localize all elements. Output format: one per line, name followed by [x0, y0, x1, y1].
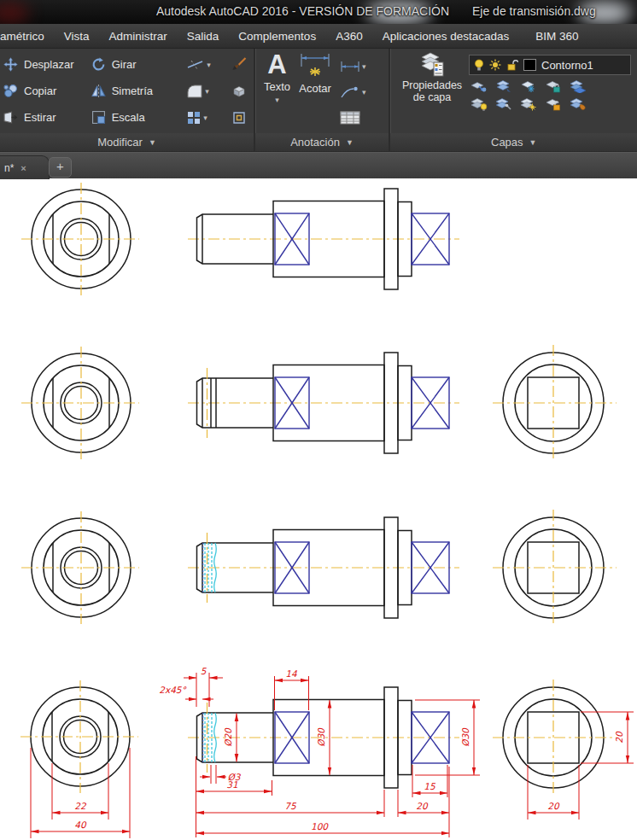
layer-tools-row-2	[470, 97, 631, 111]
dimension-icon	[299, 53, 331, 79]
current-layer-name: Contorno1	[541, 59, 593, 72]
drawing-file-tab[interactable]: n* ×	[0, 155, 50, 179]
text-icon: A	[267, 50, 286, 79]
desplazar-button[interactable]: Desplazar	[3, 52, 91, 77]
tab-salida[interactable]: Salida	[187, 30, 219, 43]
dimensions	[31, 673, 634, 838]
layer-pin-icon[interactable]	[495, 97, 512, 111]
explode-button[interactable]	[231, 79, 247, 103]
close-tab-icon[interactable]: ×	[20, 163, 26, 173]
leader-dropdown-caret[interactable]: ▾	[362, 88, 366, 96]
mirror-icon	[91, 84, 106, 98]
modificar-panel-footer[interactable]: Modificar▼	[0, 133, 254, 151]
rotate-icon	[91, 57, 106, 72]
acotar-button[interactable]: Acotar	[299, 53, 331, 133]
trim-icon	[186, 58, 205, 72]
title-bar: Autodesk AutoCAD 2016 - VERSIÓN DE FORMA…	[0, 0, 637, 24]
layer-vpfreeze-icon[interactable]	[570, 97, 587, 111]
view-row-3	[21, 510, 617, 626]
ribbon: Desplazar Copiar Estirar Girar	[0, 49, 637, 152]
dim-square-height: 20	[614, 731, 624, 744]
tab-a360[interactable]: A360	[336, 30, 363, 43]
panel-capas: Propiedades de capa Contorno1	[390, 49, 637, 151]
leader-button[interactable]: ▾	[340, 79, 377, 104]
drawing-canvas[interactable]: 22 40 5 2x45° 14 Ø20 Ø30 Ø3 31 75 20 100…	[0, 178, 637, 840]
layer-unlock-icon	[506, 59, 518, 71]
tab-administrar[interactable]: Administrar	[109, 30, 167, 43]
layer-isolate-icon[interactable]	[470, 79, 488, 93]
copy-icon	[3, 84, 18, 98]
capas-panel-footer[interactable]: Capas▼	[390, 133, 637, 151]
copiar-button[interactable]: Copiar	[3, 79, 91, 103]
panel-modificar: Desplazar Copiar Estirar Girar	[0, 49, 254, 151]
ribbon-tab-bar: amétrico Vista Administrar Salida Comple…	[0, 24, 637, 49]
dim-body-dia: Ø30	[316, 727, 326, 747]
tab-aplicaciones-destacadas[interactable]: Aplicaciones destacadas	[383, 30, 510, 43]
layer-match-icon[interactable]	[570, 79, 588, 93]
layer-selector-dropdown[interactable]: Contorno1	[469, 55, 631, 75]
dim-groove-offset: 5	[201, 666, 207, 676]
scale-icon	[91, 110, 106, 125]
trim-dropdown-caret[interactable]: ▾	[207, 61, 211, 69]
array-button[interactable]: ▾	[186, 105, 226, 130]
panel-anotacion: A Texto▾ Acotar ▾ ▾	[255, 49, 389, 151]
layer-freeze-icon[interactable]	[520, 79, 537, 93]
dim-front-flats: 22	[74, 801, 87, 811]
anotacion-expand-caret: ▼	[346, 138, 354, 147]
stretch-icon	[3, 110, 18, 125]
dim-dropdown-caret[interactable]: ▾	[362, 62, 366, 71]
tab-complementos[interactable]: Complementos	[238, 30, 316, 43]
dim-front-outer: 40	[74, 820, 87, 830]
titlebar-red-glow	[0, 2, 29, 24]
fillet-dropdown-caret[interactable]: ▾	[205, 87, 209, 96]
estirar-button[interactable]: Estirar	[3, 105, 91, 130]
tab-parametrico[interactable]: amétrico	[0, 30, 44, 43]
layer-thaw-icon[interactable]	[520, 97, 537, 111]
layer-on-bulb-icon	[474, 59, 484, 72]
array-dropdown-caret[interactable]: ▾	[203, 114, 207, 122]
dimension-labels: 22 40 5 2x45° 14 Ø20 Ø30 Ø3 31 75 20 100…	[74, 666, 624, 831]
layer-lock-icon[interactable]	[545, 79, 562, 93]
dim-right-hub-len: 15	[424, 781, 436, 791]
explode-box-icon	[231, 85, 247, 98]
view-row-4: 22 40 5 2x45° 14 Ø20 Ø30 Ø3 31 75 20 100…	[20, 666, 634, 838]
texto-dropdown-caret: ▾	[275, 96, 279, 104]
new-drawing-tab-button[interactable]: +	[49, 157, 72, 178]
layer-on-off-icon[interactable]	[470, 97, 488, 111]
modificar-expand-caret: ▼	[149, 138, 156, 147]
propiedades-de-capa-button[interactable]: Propiedades de capa	[397, 50, 467, 133]
file-tab-bar: n* × +	[0, 152, 637, 178]
anotacion-panel-footer[interactable]: Anotación▼	[255, 133, 389, 151]
capas-expand-caret: ▼	[529, 138, 537, 147]
app-title: Autodesk AutoCAD 2016 - VERSIÓN DE FORMA…	[156, 4, 449, 18]
dim-total-len: 100	[311, 821, 329, 831]
girar-button[interactable]: Girar	[91, 52, 187, 77]
tab-vista[interactable]: Vista	[64, 30, 90, 43]
dim-chamfer: 2x45°	[159, 685, 186, 695]
dim-right-dia: Ø30	[460, 727, 470, 747]
linear-dimension-icon	[340, 61, 360, 73]
dim-right-end-len: 20	[416, 801, 429, 811]
view-row-1	[21, 183, 459, 295]
layer-properties-icon	[419, 50, 445, 78]
table-button[interactable]	[340, 105, 377, 130]
trim-button[interactable]: ▾	[186, 52, 226, 77]
dim-left-hub-len: 14	[285, 668, 297, 679]
move-icon	[3, 57, 18, 72]
offset-button[interactable]	[231, 105, 247, 130]
simetria-button[interactable]: Simetría	[91, 79, 187, 103]
linear-dim-button[interactable]: ▾	[340, 54, 377, 79]
layer-unlock-tool-icon[interactable]	[545, 97, 562, 111]
table-icon	[340, 111, 360, 125]
fillet-icon	[186, 85, 203, 98]
dim-square-width: 20	[547, 801, 560, 811]
escala-button[interactable]: Escala	[91, 105, 187, 130]
dim-shaft-dia: Ø20	[223, 727, 233, 747]
texto-button[interactable]: A Texto▾	[264, 50, 290, 133]
match-properties-button[interactable]	[231, 52, 247, 77]
dim-body-len: 75	[284, 801, 297, 811]
view-row-2	[21, 345, 617, 461]
fillet-button[interactable]: ▾	[186, 79, 226, 103]
tab-bim360[interactable]: BIM 360	[535, 30, 578, 43]
layer-walk-icon[interactable]	[495, 79, 512, 93]
